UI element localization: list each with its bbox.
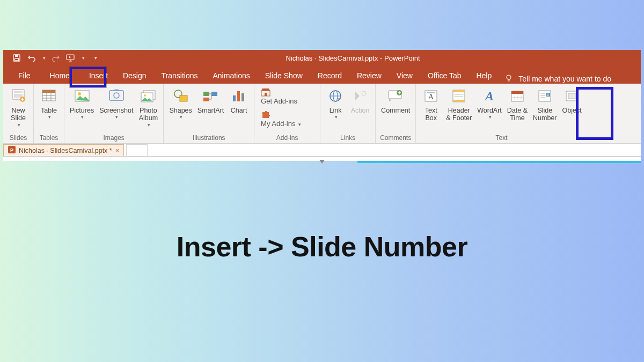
chart-button[interactable]: Chart [227,86,251,114]
tab-design[interactable]: Design [115,68,154,84]
photo-album-label: Photo Album [139,107,158,122]
action-label: Action [351,107,370,114]
tab-insert[interactable]: Insert [82,68,115,84]
group-addins-label: Add-ins [258,133,317,143]
ribbon-insert: New Slide ▾ Slides Table ▾ Tables [3,84,641,144]
text-box-button[interactable]: A Text Box [419,86,443,122]
undo-icon[interactable] [27,53,36,63]
slide-number-button[interactable]: # Slide Number [531,86,559,122]
shapes-icon [172,87,190,105]
table-icon [40,87,58,105]
link-label: Link [330,107,342,114]
comment-button[interactable]: Comment [379,86,412,114]
screenshot-icon [107,87,126,105]
group-tables: Table ▾ Tables [34,84,64,143]
tab-office-tab[interactable]: Office Tab [420,68,469,84]
tab-animations[interactable]: Animations [205,68,257,84]
chevron-down-icon: ▾ [297,122,301,127]
tell-me-search[interactable]: Tell me what you want to do [499,73,611,84]
tab-transitions[interactable]: Transitions [154,68,206,84]
tab-help[interactable]: Help [469,68,499,84]
get-addins-button[interactable]: Get Add-ins [258,86,317,107]
new-slide-label: New Slide [11,107,26,122]
group-images-label: Images [68,133,160,143]
tab-review[interactable]: Review [349,68,389,84]
powerpoint-file-icon: P [8,146,16,155]
new-slide-button[interactable]: New Slide ▾ [6,86,30,128]
tab-view[interactable]: View [389,68,420,84]
tab-file[interactable]: File [11,68,38,84]
screenshot-button[interactable]: Screenshot ▾ [97,86,135,120]
group-slides-label: Slides [6,133,30,143]
group-tables-label: Tables [37,133,61,143]
table-button[interactable]: Table ▾ [37,86,61,120]
group-illustrations: Shapes ▾ SmartArt Chart Illustrations [164,84,254,143]
svg-rect-24 [203,92,209,96]
chevron-down-icon: ▾ [47,114,51,120]
svg-point-4 [507,75,511,79]
chart-icon [230,87,248,105]
tab-record[interactable]: Record [310,68,349,84]
slide-number-label: Slide Number [533,107,557,122]
chevron-down-icon: ▾ [114,114,118,120]
date-time-button[interactable]: Date & Time [505,86,530,122]
chevron-down-icon: ▾ [488,114,492,120]
shapes-label: Shapes [169,107,192,114]
save-icon[interactable] [12,53,21,63]
my-addins-label: My Add-ins [261,120,295,128]
date-time-icon [508,87,526,105]
ruler-center-marker [319,157,325,161]
shapes-button[interactable]: Shapes ▾ [167,86,194,120]
group-comments-label: Comments [379,133,412,143]
svg-rect-29 [241,93,244,101]
svg-rect-1 [15,55,18,57]
document-tab[interactable]: P Nicholas · SlidesCarnival.pptx * × [3,144,124,156]
redo-icon[interactable] [51,53,61,63]
slide-editor-area [3,157,641,161]
group-comments: Comment Comments [376,84,416,143]
text-box-label: Text Box [425,107,437,122]
tab-home[interactable]: Home [38,68,82,84]
link-button[interactable]: Link ▾ [324,86,347,120]
pictures-button[interactable]: Pictures ▾ [68,86,96,120]
wordart-button[interactable]: A WordArt ▾ [475,86,504,120]
undo-dropdown-icon[interactable]: ▾ [42,55,46,61]
svg-point-16 [78,92,81,95]
svg-rect-28 [237,91,240,101]
table-label: Table [41,107,57,114]
group-illustrations-label: Illustrations [167,133,251,143]
smartart-button[interactable]: SmartArt [195,86,226,114]
close-icon[interactable]: × [115,147,119,154]
action-button: Action [348,86,372,114]
svg-rect-31 [265,93,267,96]
qat-customize-icon[interactable]: ▾ [90,55,97,61]
chevron-down-icon: ▾ [179,114,182,120]
object-icon [563,87,581,105]
my-addins-button[interactable]: My Add-ins ▾ [258,108,317,129]
svg-point-21 [144,94,146,97]
tab-slide-show[interactable]: Slide Show [258,68,310,84]
photo-album-button[interactable]: Photo Album ▾ [136,86,160,128]
store-icon [261,87,270,97]
object-label: Object [562,107,582,114]
group-text-label: Text [419,133,583,143]
window-title: Nicholas · SlidesCarnival.pptx - PowerPo… [97,54,641,62]
header-footer-icon [450,87,468,105]
document-tab-bar: P Nicholas · SlidesCarnival.pptx * × [3,144,641,157]
start-presentation-icon[interactable] [66,53,76,63]
screenshot-label: Screenshot [99,107,133,114]
presentation-dropdown-icon[interactable]: ▾ [81,55,85,61]
svg-rect-25 [211,92,217,96]
svg-text:A: A [428,93,434,101]
chevron-down-icon: ▾ [80,114,84,120]
object-button[interactable]: Object [560,86,584,114]
new-document-tab[interactable] [126,144,148,156]
link-icon [326,87,345,105]
svg-rect-17 [109,91,123,100]
instruction-text: Insert -> Slide Number [0,231,644,263]
pictures-label: Pictures [70,107,94,114]
svg-rect-27 [233,95,236,101]
header-footer-button[interactable]: Header & Footer [444,86,474,122]
group-links-label: Links [324,133,372,143]
document-tab-label: Nicholas · SlidesCarnival.pptx * [19,147,112,154]
